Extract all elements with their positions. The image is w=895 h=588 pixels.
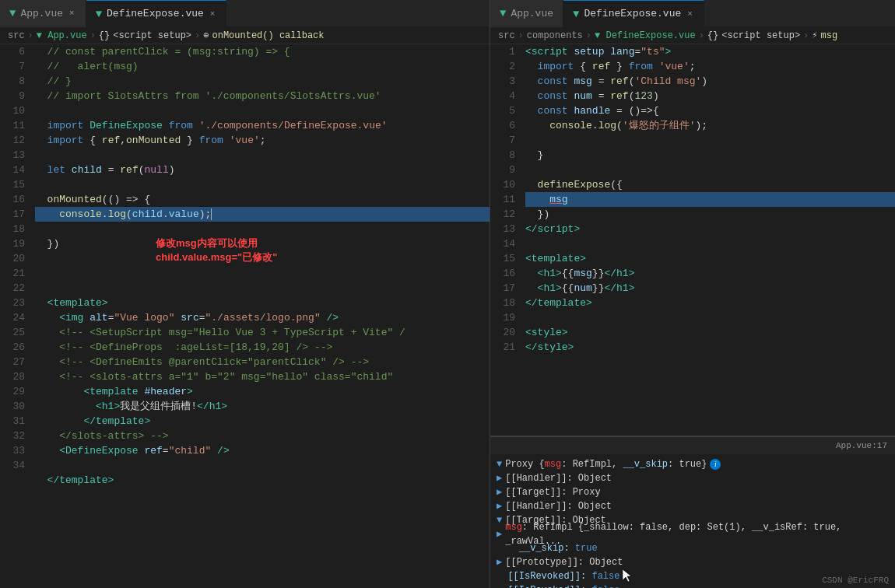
- tab-app-vue-left[interactable]: ▼ App.vue ×: [0, 0, 86, 27]
- left-code-area: 678910 1112131415 1617181920 2122232425 …: [0, 44, 490, 588]
- debug-line-6: ▶ msg: RefImpl {_shallow: false, dep: Se…: [497, 527, 889, 541]
- debug-source: App.vue:17: [836, 441, 887, 450]
- debug-content: ▼ Proxy {msg: RefImpl, __v_skip: true} i…: [490, 454, 895, 588]
- debug-line-8: ▶ [[Prototype]]: Object: [497, 555, 889, 569]
- tab-close[interactable]: ×: [68, 7, 76, 19]
- tab-label: App.vue: [511, 8, 553, 19]
- vue-icon: ▼: [573, 8, 579, 20]
- left-breadcrumb: src › ▼ App.vue › {} <script setup> › ⊕ …: [0, 27, 490, 44]
- vue-icon: ▼: [500, 7, 506, 19]
- vue-icon: ▼: [9, 7, 16, 19]
- watermark: CSDN @EricFRQ: [822, 576, 889, 585]
- debug-line-1: ▼ Proxy {msg: RefImpl, __v_skip: true} i: [497, 457, 889, 471]
- tab-label: DefineExpose.vue: [584, 8, 681, 19]
- right-tab-bar: ▼ App.vue ▼ DefineExpose.vue ×: [490, 0, 895, 27]
- tab-close[interactable]: ×: [686, 8, 694, 20]
- svg-marker-0: [623, 569, 631, 582]
- left-line-numbers: 678910 1112131415 1617181920 2122232425 …: [0, 44, 31, 588]
- tab-defineexpose-vue-left[interactable]: ▼ DefineExpose.vue ×: [86, 0, 227, 27]
- left-code-lines: // const parentClick = (msg:string) => {…: [31, 44, 490, 588]
- debug-header: App.vue:17: [490, 437, 895, 454]
- debug-line-2: ▶ [[Handler]]: Object: [497, 471, 889, 485]
- tab-close[interactable]: ×: [209, 8, 217, 20]
- tab-label: DefineExpose.vue: [107, 8, 204, 19]
- debug-console: App.vue:17 ▼ Proxy {msg: RefImpl, __v_sk…: [490, 436, 895, 588]
- mouse-cursor: [623, 569, 635, 582]
- tab-defineexpose-vue-right[interactable]: ▼ DefineExpose.vue ×: [563, 0, 704, 27]
- debug-line-3: ▶ [[Target]]: Proxy: [497, 485, 889, 499]
- debug-line-4: ▶ [[Handler]]: Object: [497, 499, 889, 513]
- tab-app-vue-right[interactable]: ▼ App.vue: [490, 0, 563, 27]
- right-code-area: 12345 678910 1112131415 1617181920 21 <s…: [490, 44, 895, 436]
- right-code-lines: <script setup lang="ts"> import { ref } …: [521, 44, 895, 436]
- annotation: 修改msg内容可以使用 child.value.msg="已修改": [156, 236, 277, 264]
- right-line-numbers: 12345 678910 1112131415 1617181920 21: [490, 44, 521, 436]
- annotation-line1: 修改msg内容可以使用: [156, 236, 277, 250]
- info-icon: i: [710, 459, 721, 470]
- annotation-line2: child.value.msg="已修改": [156, 250, 277, 264]
- right-breadcrumb: src › components › ▼ DefineExpose.vue › …: [490, 27, 895, 44]
- left-tab-bar: ▼ App.vue × ▼ DefineExpose.vue ×: [0, 0, 490, 27]
- vue-icon: ▼: [96, 8, 102, 20]
- tab-label: App.vue: [20, 8, 63, 19]
